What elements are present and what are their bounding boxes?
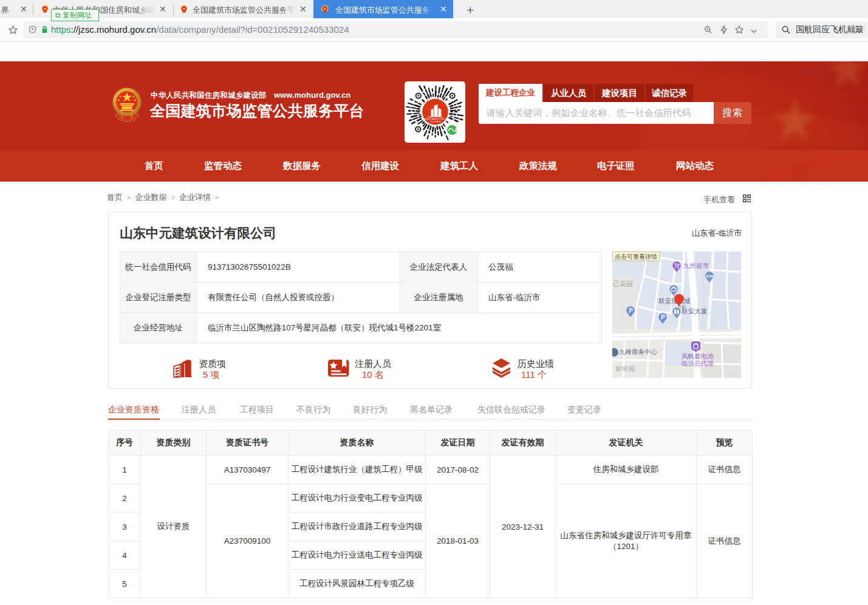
svg-text:临沂总代理: 临沂总代理	[682, 360, 714, 367]
svg-text:新华苑: 新华苑	[615, 365, 635, 372]
svg-text:P: P	[661, 314, 665, 321]
svg-text:风帆蓄电池: 风帆蓄电池	[682, 352, 714, 360]
svg-text:己花园: 己花园	[613, 280, 633, 287]
svg-text:点击可查看详情: 点击可查看详情	[615, 253, 657, 260]
svg-text:P: P	[629, 307, 633, 314]
svg-text:九峰商务中心: 九峰商务中心	[619, 348, 658, 355]
svg-text:九州超市: 九州超市	[683, 262, 709, 269]
svg-text:ATM: ATM	[706, 275, 714, 278]
svg-text:联安大厦: 联安大厦	[682, 307, 708, 315]
